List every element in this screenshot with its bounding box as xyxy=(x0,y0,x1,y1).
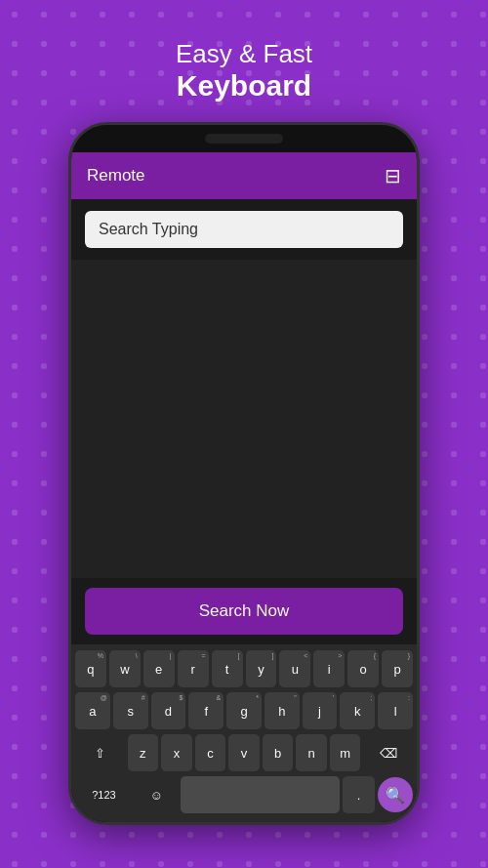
search-area: Search Typing xyxy=(71,199,417,260)
period-key[interactable]: . xyxy=(343,776,375,813)
shift-key[interactable]: ⇧ xyxy=(75,734,125,771)
key-r[interactable]: =r xyxy=(178,650,209,687)
app-screen: Remote ⊟ Search Typing Search Now %q \w … xyxy=(71,152,417,822)
key-n[interactable]: n xyxy=(296,734,327,771)
search-placeholder-text: Search Typing xyxy=(99,221,198,238)
header-line2: Keyboard xyxy=(176,69,312,103)
key-e[interactable]: |e xyxy=(143,650,175,687)
key-v[interactable]: v xyxy=(228,734,260,771)
key-u[interactable]: <u xyxy=(279,650,310,687)
app-header: Easy & Fast Keyboard xyxy=(176,39,312,103)
key-d[interactable]: $d xyxy=(151,692,186,729)
search-input[interactable]: Search Typing xyxy=(85,211,403,248)
space-key[interactable] xyxy=(181,776,341,813)
keyboard-row-2: @a #s $d &f *g "h 'j ;k :l xyxy=(75,692,413,729)
search-key[interactable]: 🔍 xyxy=(378,777,413,812)
key-g[interactable]: *g xyxy=(226,692,262,729)
backspace-key[interactable]: ⌫ xyxy=(363,734,413,771)
header-line1: Easy & Fast xyxy=(176,39,312,69)
num123-key[interactable]: ?123 xyxy=(75,776,133,813)
key-o[interactable]: {o xyxy=(347,650,379,687)
key-h[interactable]: "h xyxy=(264,692,300,729)
emoji-key[interactable]: ☺ xyxy=(136,776,178,813)
keyboard-row-1: %q \w |e =r [t ]y <u >i {o }p xyxy=(75,650,413,687)
phone-frame: Remote ⊟ Search Typing Search Now %q \w … xyxy=(68,122,420,825)
key-a[interactable]: @a xyxy=(75,692,110,729)
key-w[interactable]: \w xyxy=(109,650,141,687)
notch-bar xyxy=(205,134,283,144)
key-y[interactable]: ]y xyxy=(246,650,277,687)
keyboard-row-3: ⇧ z x c v b n m ⌫ xyxy=(75,734,413,771)
key-i[interactable]: >i xyxy=(313,650,345,687)
key-c[interactable]: c xyxy=(195,734,226,771)
key-m[interactable]: m xyxy=(330,734,361,771)
key-b[interactable]: b xyxy=(263,734,294,771)
key-l[interactable]: :l xyxy=(378,692,413,729)
app-toolbar: Remote ⊟ xyxy=(71,152,417,199)
key-x[interactable]: x xyxy=(161,734,192,771)
key-j[interactable]: 'j xyxy=(303,692,338,729)
key-f[interactable]: &f xyxy=(188,692,224,729)
cast-icon[interactable]: ⊟ xyxy=(385,164,401,187)
key-k[interactable]: ;k xyxy=(340,692,375,729)
key-q[interactable]: %q xyxy=(75,650,106,687)
key-z[interactable]: z xyxy=(128,734,159,771)
key-s[interactable]: #s xyxy=(113,692,148,729)
keyboard-row-4: ?123 ☺ . 🔍 xyxy=(75,776,413,813)
content-area xyxy=(71,260,417,578)
phone-notch xyxy=(71,125,417,152)
toolbar-title: Remote xyxy=(87,166,145,186)
key-p[interactable]: }p xyxy=(382,650,413,687)
keyboard: %q \w |e =r [t ]y <u >i {o }p @a #s $d &… xyxy=(71,644,417,822)
search-now-button[interactable]: Search Now xyxy=(85,588,403,635)
key-t[interactable]: [t xyxy=(212,650,243,687)
